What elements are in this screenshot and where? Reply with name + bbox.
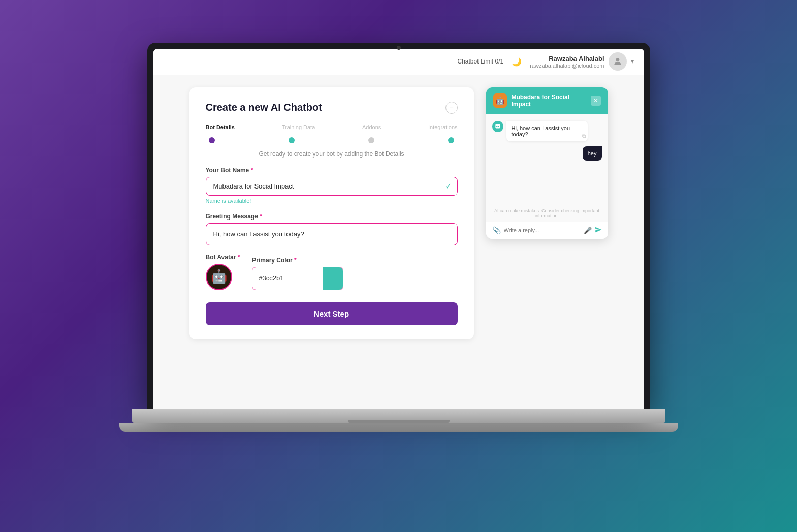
bot-message-row: Hi, how can I assist you today? ⧉ <box>492 121 602 141</box>
stepper: Bot Details Training Data Addons <box>206 124 458 143</box>
color-group: Primary Color * <box>252 257 343 290</box>
card-header: Create a new AI Chatbot − <box>206 102 458 114</box>
user-message-text: hey <box>588 150 597 157</box>
copy-icon[interactable]: ⧉ <box>582 133 586 139</box>
laptop-bottom <box>132 409 665 423</box>
chevron-down-icon[interactable]: ▾ <box>631 58 634 65</box>
step-bot-details: Bot Details <box>206 124 235 134</box>
bot-name-input-wrapper: ✓ <box>206 177 458 196</box>
step-label-training-data: Training Data <box>282 124 315 130</box>
avatar[interactable] <box>609 52 627 71</box>
stepper-subtitle: Get ready to create your bot by adding t… <box>206 150 458 158</box>
name-available-text: Name is available! <box>206 198 251 204</box>
user-info: Rawzaba Alhalabi rawzaba.alhalabi@icloud… <box>530 52 633 71</box>
color-text-input[interactable] <box>252 269 323 287</box>
top-bar: Chatbot Limit 0/1 🌙 Rawzaba Alhalabi raw… <box>153 49 644 75</box>
avatar-label: Bot Avatar * <box>206 254 240 261</box>
chat-window: 🤖 Mubadara for Social Impact ✕ <box>486 87 608 239</box>
chat-header: 🤖 Mubadara for Social Impact ✕ <box>486 87 608 114</box>
svg-rect-1 <box>495 124 500 128</box>
minimize-button[interactable]: − <box>445 102 458 114</box>
user-bubble: hey <box>583 146 602 161</box>
chatbot-limit-text: Chatbot Limit 0/1 <box>457 58 503 65</box>
svg-point-3 <box>498 126 499 127</box>
chat-bot-name: Mubadara for Social Impact <box>511 93 590 108</box>
attachment-icon[interactable]: 📎 <box>492 226 501 234</box>
chat-header-left: 🤖 Mubadara for Social Impact <box>493 93 591 108</box>
greeting-label: Greeting Message * <box>206 213 458 220</box>
laptop-base <box>119 423 678 432</box>
step-line-2 <box>295 142 368 143</box>
chat-preview: 🤖 Mubadara for Social Impact ✕ <box>486 87 608 239</box>
bot-name-input[interactable] <box>206 177 458 196</box>
step-line-1 <box>215 142 289 143</box>
step-dot-1 <box>209 137 215 143</box>
chat-messages: Hi, how can I assist you today? ⧉ hey <box>486 114 608 205</box>
chat-bot-avatar: 🤖 <box>493 93 507 108</box>
user-details: Rawzaba Alhalabi rawzaba.alhalabi@icloud… <box>530 55 604 69</box>
avatar-color-row: Bot Avatar * 🤖 Primary Color * <box>206 254 458 290</box>
dark-mode-icon[interactable]: 🌙 <box>512 57 522 67</box>
step-training-data: Training Data <box>282 124 315 134</box>
chat-close-button[interactable]: ✕ <box>591 96 601 106</box>
step-integrations: Integrations <box>428 124 457 134</box>
step-label-integrations: Integrations <box>428 124 457 130</box>
mic-icon[interactable]: 🎤 <box>584 227 592 234</box>
user-email: rawzaba.alhalabi@icloud.com <box>530 62 604 69</box>
avatar-group: Bot Avatar * 🤖 <box>206 254 240 290</box>
chat-input-bar: 📎 🎤 <box>486 222 608 239</box>
step-addons: Addons <box>362 124 381 134</box>
main-content: Create a new AI Chatbot − Bot Details Tr… <box>153 75 644 409</box>
bot-avatar[interactable]: 🤖 <box>206 264 232 290</box>
next-step-button[interactable]: Next Step <box>206 302 458 325</box>
bot-name-label: Your Bot Name * <box>206 167 458 174</box>
color-input-row <box>252 267 343 290</box>
bot-bubble: Hi, how can I assist you today? ⧉ <box>506 121 588 141</box>
color-label: Primary Color * <box>252 257 343 264</box>
step-dot-4 <box>448 137 454 143</box>
svg-point-2 <box>496 126 497 127</box>
step-dot-3 <box>368 137 374 143</box>
avatar-emoji: 🤖 <box>211 269 227 285</box>
chat-reply-input[interactable] <box>504 227 581 233</box>
step-label-bot-details: Bot Details <box>206 124 235 130</box>
chat-disclaimer: AI can make mistakes. Consider checking … <box>486 205 608 222</box>
step-dot-2 <box>289 137 295 143</box>
bot-name-group: Your Bot Name * ✓ Name is available! <box>206 167 458 205</box>
greeting-group: Greeting Message * <box>206 213 458 245</box>
bot-message-text: Hi, how can I assist you today? <box>512 125 570 137</box>
send-icon[interactable] <box>595 226 602 235</box>
bot-msg-avatar <box>492 121 503 132</box>
svg-point-0 <box>616 58 619 61</box>
user-name: Rawzaba Alhalabi <box>530 55 604 62</box>
color-swatch[interactable] <box>323 267 343 290</box>
step-label-addons: Addons <box>362 124 381 130</box>
laptop-bezel: Chatbot Limit 0/1 🌙 Rawzaba Alhalabi raw… <box>147 43 650 409</box>
check-icon: ✓ <box>445 181 452 191</box>
greeting-input[interactable] <box>206 223 458 245</box>
screen: Chatbot Limit 0/1 🌙 Rawzaba Alhalabi raw… <box>153 49 644 409</box>
step-line-3 <box>374 142 448 143</box>
laptop-wrapper: Chatbot Limit 0/1 🌙 Rawzaba Alhalabi raw… <box>119 43 678 490</box>
create-chatbot-card: Create a new AI Chatbot − Bot Details Tr… <box>189 87 474 339</box>
page-title: Create a new AI Chatbot <box>206 102 322 113</box>
